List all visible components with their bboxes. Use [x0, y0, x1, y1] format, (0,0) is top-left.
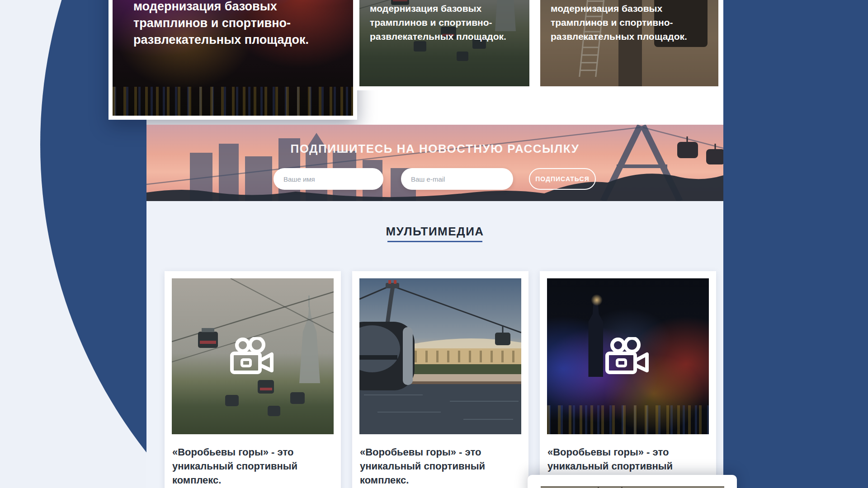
heading-underline-decoration	[387, 241, 482, 242]
name-input[interactable]	[274, 168, 383, 190]
water-reflections-decoration	[113, 87, 353, 116]
hero-card-3[interactable]: модернизация базовых трамплинов и спорти…	[536, 0, 722, 90]
email-input[interactable]	[401, 168, 513, 190]
overlay-image-strip	[541, 486, 724, 488]
newsletter-banner: ПОДПИШИТЕСЬ НА НОВОСТНУЮ РАССЫЛКУ ПОДПИС…	[146, 125, 723, 201]
hero-card-text: модернизация базовых трамплинов и спорти…	[551, 1, 700, 43]
hero-card-text: модернизация базовых трамплинов и спорти…	[133, 0, 328, 48]
multimedia-heading: МУЛЬТИМЕДИА	[146, 225, 723, 239]
subscribe-button[interactable]: ПОДПИСАТЬСЯ	[529, 168, 596, 190]
video-thumbnail-gondola	[359, 278, 521, 434]
hero-card-active[interactable]: модернизация базовых трамплинов и спорти…	[108, 0, 357, 120]
page: модернизация базовых трамплинов и спорти…	[0, 0, 868, 488]
video-camera-icon[interactable]	[604, 337, 652, 376]
water-reflections-decoration	[547, 405, 709, 434]
hero-card-2[interactable]: модернизация базовых трамплинов и спорти…	[355, 0, 533, 90]
video-camera-icon[interactable]	[229, 337, 277, 376]
video-card-3[interactable]: «Воробьевы горы» - это уникальный спорти…	[540, 271, 716, 488]
hero-card-text: модернизация базовых трамплинов и спорти…	[370, 1, 519, 43]
newsletter-title: ПОДПИШИТЕСЬ НА НОВОСТНУЮ РАССЫЛКУ	[146, 142, 723, 156]
video-caption: «Воробьевы горы» - это уникальный спорти…	[172, 445, 333, 487]
tower-glow-decoration	[591, 294, 603, 306]
video-card-1[interactable]: «Воробьевы горы» - это уникальный спорти…	[165, 271, 341, 488]
video-caption: «Воробьевы горы» - это уникальный спорти…	[360, 445, 521, 487]
gondola-scene-graphic	[359, 278, 521, 434]
video-thumbnail-cablecars	[172, 278, 334, 434]
video-card-2[interactable]: «Воробьевы горы» - это уникальный спорти…	[352, 271, 528, 488]
bottom-overlay-panel[interactable]	[528, 475, 737, 488]
video-thumbnail-night	[547, 278, 709, 434]
